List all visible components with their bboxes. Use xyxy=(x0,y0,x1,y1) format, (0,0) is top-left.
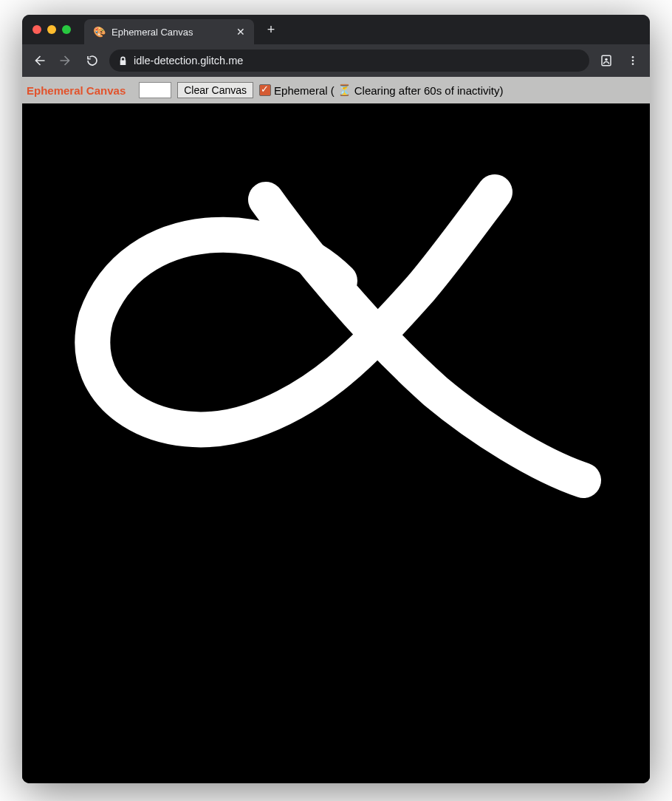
svg-point-4 xyxy=(632,63,634,65)
arrow-left-icon xyxy=(32,54,46,67)
tab-title: Ephemeral Canvas xyxy=(112,27,230,38)
window-zoom-button[interactable] xyxy=(62,25,71,34)
kebab-menu-icon[interactable] xyxy=(623,51,642,70)
drawing-canvas[interactable] xyxy=(22,103,650,783)
window-controls xyxy=(32,25,71,34)
tab-strip: 🎨 Ephemeral Canvas ✕ + xyxy=(22,15,650,44)
svg-point-1 xyxy=(605,58,608,61)
reload-icon xyxy=(86,54,99,67)
back-button[interactable] xyxy=(30,51,49,70)
app-toolbar: Ephemeral Canvas Clear Canvas Ephemeral … xyxy=(22,77,650,103)
lock-icon xyxy=(118,56,128,66)
svg-point-2 xyxy=(632,56,634,58)
account-icon[interactable] xyxy=(597,51,616,70)
ephemeral-toggle[interactable]: Ephemeral ( ⏳ Clearing after 60s of inac… xyxy=(259,83,503,97)
arrow-right-icon xyxy=(59,54,72,67)
forward-button[interactable] xyxy=(56,51,75,70)
tab-favicon-icon: 🎨 xyxy=(93,27,106,37)
browser-window: 🎨 Ephemeral Canvas ✕ + idle-detection.gl… xyxy=(22,15,650,783)
new-tab-button[interactable]: + xyxy=(263,21,279,38)
ephemeral-label-prefix: Ephemeral ( xyxy=(274,84,335,97)
browser-toolbar: idle-detection.glitch.me xyxy=(22,44,650,77)
tab-close-icon[interactable]: ✕ xyxy=(236,26,245,38)
address-bar[interactable]: idle-detection.glitch.me xyxy=(109,50,589,72)
app-title: Ephemeral Canvas xyxy=(27,84,126,97)
browser-tab[interactable]: 🎨 Ephemeral Canvas ✕ xyxy=(84,19,254,44)
page-content: Ephemeral Canvas Clear Canvas Ephemeral … xyxy=(22,77,650,783)
window-minimize-button[interactable] xyxy=(47,25,56,34)
hourglass-icon: ⏳ xyxy=(337,83,352,97)
ephemeral-checkbox[interactable] xyxy=(259,84,271,96)
svg-point-3 xyxy=(632,60,634,62)
address-text: idle-detection.glitch.me xyxy=(134,55,580,67)
ephemeral-label-status: Clearing after 60s of inactivity) xyxy=(354,84,504,97)
clear-canvas-button[interactable]: Clear Canvas xyxy=(177,82,253,98)
reload-button[interactable] xyxy=(83,51,102,70)
color-picker[interactable] xyxy=(139,82,171,98)
window-close-button[interactable] xyxy=(32,25,41,34)
canvas-drawing xyxy=(22,103,650,783)
